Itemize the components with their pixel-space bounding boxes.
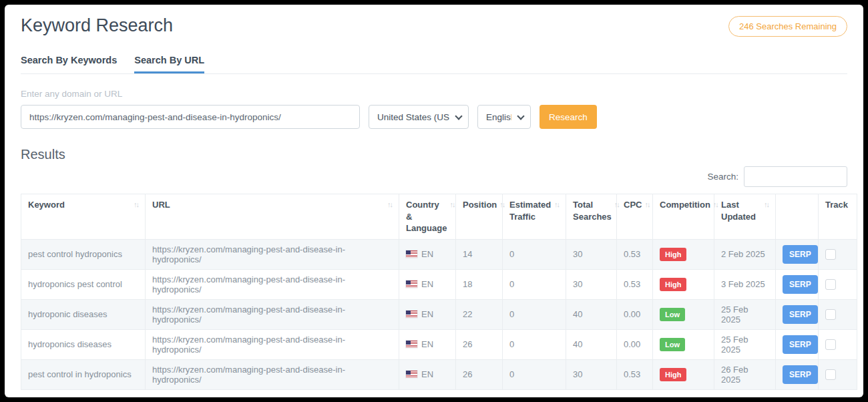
us-flag-icon (406, 250, 417, 258)
sort-icon[interactable]: ↑↓ (764, 200, 769, 222)
track-cell (819, 239, 857, 269)
track-checkbox[interactable] (825, 279, 836, 290)
column-header-label: Total Searches (573, 199, 612, 222)
total-searches-cell: 30 (566, 359, 617, 389)
column-header[interactable]: Position ↑↓ (456, 194, 503, 240)
table-header: Keyword ↑↓ URL ↑↓ Country & Language ↑↓ … (21, 194, 857, 240)
us-flag-icon (406, 311, 417, 318)
search-form: United States (US) English Research (21, 105, 847, 129)
url-field-label: Enter any domain or URL (21, 89, 847, 99)
sort-icon[interactable]: ↑↓ (713, 200, 718, 211)
column-header: ↑↓ (776, 194, 819, 240)
track-cell (819, 359, 857, 389)
estimated-traffic-cell: 0 (503, 299, 566, 329)
column-header: Track ↑↓ (819, 194, 857, 240)
column-header-label: CPC (624, 199, 642, 211)
track-cell (819, 269, 857, 299)
tab-search-by-keywords[interactable]: Search By Keywords (21, 55, 117, 73)
url-cell: https://kryzen.com/managing-pest-and-dis… (146, 239, 399, 269)
column-header-label: URL (152, 199, 170, 211)
position-cell: 18 (456, 269, 503, 299)
table-search-input[interactable] (744, 166, 847, 187)
sort-icon[interactable]: ↑↓ (499, 200, 504, 211)
table-search-row: Search: (21, 166, 847, 187)
total-searches-cell: 40 (566, 299, 617, 329)
column-header[interactable]: Estimated Traffic ↑↓ (503, 194, 566, 240)
column-header[interactable]: Keyword ↑↓ (21, 194, 146, 240)
url-input[interactable] (21, 105, 360, 129)
serp-button[interactable]: SERP (783, 305, 818, 324)
sort-icon[interactable]: ↑↓ (554, 200, 559, 222)
last-updated-cell: 3 Feb 2025 (714, 269, 776, 299)
column-header-label: Country & Language (406, 199, 447, 234)
sort-icon[interactable]: ↑↓ (614, 200, 619, 222)
cpc-cell: 0.00 (617, 299, 653, 329)
country-language-cell: EN (399, 239, 456, 269)
last-updated-cell: 25 Feb 2025 (714, 299, 776, 329)
serp-button[interactable]: SERP (783, 335, 818, 354)
table-row: pest control in hydroponics https://kryz… (21, 359, 857, 389)
country-select[interactable]: United States (US) (369, 105, 469, 129)
track-checkbox[interactable] (825, 309, 836, 320)
competition-cell: High (653, 359, 714, 389)
total-searches-cell: 40 (566, 329, 617, 359)
results-table: Keyword ↑↓ URL ↑↓ Country & Language ↑↓ … (21, 194, 857, 390)
country-select-wrap: United States (US) (369, 105, 469, 129)
language-code: EN (421, 279, 433, 289)
column-header[interactable]: Total Searches ↑↓ (566, 194, 617, 240)
column-header[interactable]: Country & Language ↑↓ (399, 194, 456, 240)
column-header[interactable]: URL ↑↓ (146, 194, 399, 240)
serp-button[interactable]: SERP (783, 365, 818, 384)
serp-cell: SERP (776, 239, 819, 269)
searches-remaining-badge[interactable]: 246 Searches Remaining (728, 16, 847, 37)
cpc-cell: 0.53 (617, 269, 653, 299)
column-header[interactable]: Competition ↑↓ (653, 194, 714, 240)
serp-button[interactable]: SERP (783, 245, 818, 264)
sort-icon[interactable]: ↑↓ (387, 200, 392, 211)
research-button[interactable]: Research (539, 105, 597, 129)
keyword-cell: hydroponic diseases (21, 299, 146, 329)
sort-icon[interactable]: ↑↓ (449, 200, 454, 234)
track-checkbox[interactable] (825, 369, 836, 380)
table-row: hydroponic diseases https://kryzen.com/m… (21, 299, 857, 329)
track-checkbox[interactable] (825, 339, 836, 350)
position-cell: 26 (456, 329, 503, 359)
table-row: hydroponics pest control https://kryzen.… (21, 269, 857, 299)
us-flag-icon (406, 280, 417, 288)
competition-badge: High (660, 248, 686, 261)
position-cell: 14 (456, 239, 503, 269)
country-language-cell: EN (399, 359, 456, 389)
column-header-label: Last Updated (721, 199, 761, 222)
keyword-cell: pest control in hydroponics (21, 359, 146, 389)
position-cell: 26 (456, 359, 503, 389)
tab-search-by-url[interactable]: Search By URL (134, 55, 204, 73)
competition-cell: High (653, 269, 714, 299)
last-updated-cell: 26 Feb 2025 (714, 359, 776, 389)
total-searches-cell: 30 (566, 239, 617, 269)
language-code: EN (421, 309, 433, 319)
language-select-wrap: English (477, 105, 531, 129)
keyword-cell: hydroponics pest control (21, 269, 146, 299)
track-cell (819, 329, 857, 359)
sort-icon[interactable]: ↑↓ (644, 200, 649, 211)
column-header-label: Track (825, 199, 848, 211)
keyword-cell: hydroponics diseases (21, 329, 146, 359)
column-header[interactable]: Last Updated ↑↓ (714, 194, 776, 240)
competition-badge: Low (660, 338, 685, 351)
competition-cell: Low (653, 299, 714, 329)
track-checkbox[interactable] (825, 249, 836, 260)
language-code: EN (421, 369, 433, 379)
serp-button[interactable]: SERP (783, 275, 818, 294)
language-code: EN (421, 249, 433, 259)
column-header-label: Position (463, 199, 497, 211)
serp-cell: SERP (776, 269, 819, 299)
cpc-cell: 0.53 (617, 239, 653, 269)
language-select[interactable]: English (477, 105, 531, 129)
last-updated-cell: 2 Feb 2025 (714, 239, 776, 269)
country-language-cell: EN (399, 299, 456, 329)
last-updated-cell: 25 Feb 2025 (714, 329, 776, 359)
column-header[interactable]: CPC ↑↓ (617, 194, 653, 240)
sort-icon[interactable]: ↑↓ (134, 200, 138, 211)
table-search-label: Search: (707, 172, 738, 182)
competition-cell: Low (653, 329, 714, 359)
